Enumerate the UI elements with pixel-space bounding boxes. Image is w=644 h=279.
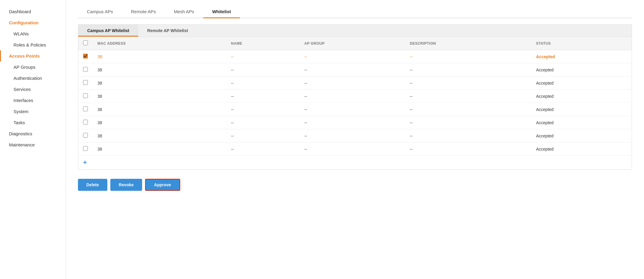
col-header-name: NAME [226,37,300,50]
sidebar-item-authentication[interactable]: Authentication [0,73,66,84]
ap-group-cell: -- [300,129,405,142]
sidebar-item-configuration[interactable]: Configuration [0,17,66,28]
status-cell: Accepted [531,142,632,156]
delete-button[interactable]: Delete [78,179,107,191]
col-header-description: DESCRIPTION [405,37,531,50]
description-cell: -- [405,63,531,76]
col-header-ap-group: AP GROUP [300,37,405,50]
description-cell: -- [405,116,531,129]
sidebar-item-roles-policies[interactable]: Roles & Policies [0,39,66,50]
name-cell: -- [226,142,300,156]
table-row: 38------Accepted [78,116,632,129]
ap-group-cell: -- [300,50,405,63]
sidebar: DashboardConfigurationWLANsRoles & Polic… [0,0,66,279]
row-checkbox-cell [78,103,93,116]
sub-tab-campus-ap-whitelist[interactable]: Campus AP Whitelist [78,25,138,37]
row-checkbox[interactable] [83,67,88,72]
ap-group-cell: -- [300,76,405,90]
col-header-status: STATUS [531,37,632,50]
row-checkbox-cell [78,116,93,129]
row-checkbox-cell [78,142,93,156]
sub-tabs: Campus AP WhitelistRemote AP Whitelist [78,25,632,37]
description-cell: -- [405,103,531,116]
sidebar-item-services[interactable]: Services [0,84,66,95]
row-checkbox[interactable] [83,133,88,138]
row-checkbox-cell [78,63,93,76]
status-cell: Accepted [531,103,632,116]
status-cell: Accepted [531,90,632,103]
tab-remote-aps[interactable]: Remote APs [122,6,165,18]
status-cell: Accepted [531,76,632,90]
row-checkbox[interactable] [83,80,88,85]
main-content: Campus APsRemote APsMesh APsWhitelist Ca… [66,0,644,279]
sidebar-item-access-points[interactable]: Access Points [0,50,66,62]
action-buttons: Delete Revoke Approve [78,179,632,191]
row-checkbox[interactable] [83,54,88,58]
sidebar-item-ap-groups[interactable]: AP Groups [0,62,66,73]
description-cell: -- [405,129,531,142]
name-cell: -- [226,76,300,90]
tab-whitelist[interactable]: Whitelist [203,6,240,18]
status-cell: Accepted [531,129,632,142]
description-cell: -- [405,76,531,90]
row-checkbox-cell [78,50,93,63]
tab-mesh-aps[interactable]: Mesh APs [165,6,203,18]
table-row: 38------Accepted [78,129,632,142]
name-cell: -- [226,103,300,116]
ap-group-cell: -- [300,142,405,156]
sidebar-item-maintenance[interactable]: Maintenance [0,139,66,150]
ap-group-cell: -- [300,103,405,116]
name-cell: -- [226,116,300,129]
description-cell: -- [405,90,531,103]
ap-group-cell: -- [300,116,405,129]
whitelist-table: MAC ADDRESSNAMEAP GROUPDESCRIPTIONSTATUS… [78,37,632,155]
description-cell: -- [405,50,531,63]
table-row: 38------Accepted [78,63,632,76]
name-cell: -- [226,50,300,63]
sidebar-item-interfaces[interactable]: Interfaces [0,95,66,106]
col-header-checkbox [78,37,93,50]
main-tabs: Campus APsRemote APsMesh APsWhitelist [78,6,632,18]
add-entry-button[interactable]: + [83,159,87,166]
name-cell: -- [226,63,300,76]
name-cell: -- [226,129,300,142]
mac-address-cell: 38 [93,116,226,129]
ap-group-cell: -- [300,63,405,76]
sidebar-item-system[interactable]: System [0,106,66,117]
mac-address-cell: 38 [93,142,226,156]
row-checkbox[interactable] [83,106,88,111]
row-checkbox-cell [78,90,93,103]
row-checkbox-cell [78,129,93,142]
mac-address-cell: 38 [93,103,226,116]
table-row: 38------Accepted [78,90,632,103]
status-cell: Accepted [531,116,632,129]
mac-address-cell: 38 [93,76,226,90]
row-checkbox[interactable] [83,120,88,124]
sidebar-item-wlans[interactable]: WLANs [0,28,66,39]
tab-campus-aps[interactable]: Campus APs [78,6,122,18]
mac-address-cell: 38 [93,129,226,142]
whitelist-table-container: Campus AP WhitelistRemote AP Whitelist M… [78,24,632,170]
mac-address-cell: 38 [93,90,226,103]
approve-button[interactable]: Approve [145,179,180,191]
name-cell: -- [226,90,300,103]
table-row: 38------Accepted [78,76,632,90]
sub-tab-remote-ap-whitelist[interactable]: Remote AP Whitelist [138,25,197,37]
table-row: 38------Accepted [78,103,632,116]
revoke-button[interactable]: Revoke [110,179,142,191]
table-row: 38------Accepted [78,142,632,156]
sidebar-item-tasks[interactable]: Tasks [0,117,66,128]
description-cell: -- [405,142,531,156]
mac-address-cell: 38: [93,50,226,63]
row-checkbox[interactable] [83,93,88,98]
row-checkbox[interactable] [83,146,88,151]
select-all-checkbox[interactable] [83,40,88,45]
sidebar-item-dashboard[interactable]: Dashboard [0,6,66,17]
row-checkbox-cell [78,76,93,90]
sidebar-item-diagnostics[interactable]: Diagnostics [0,128,66,139]
status-cell: Accepted [531,50,632,63]
status-cell: Accepted [531,63,632,76]
table-row: 38:------Accepted [78,50,632,63]
add-row: + [78,155,632,170]
mac-address-cell: 38 [93,63,226,76]
